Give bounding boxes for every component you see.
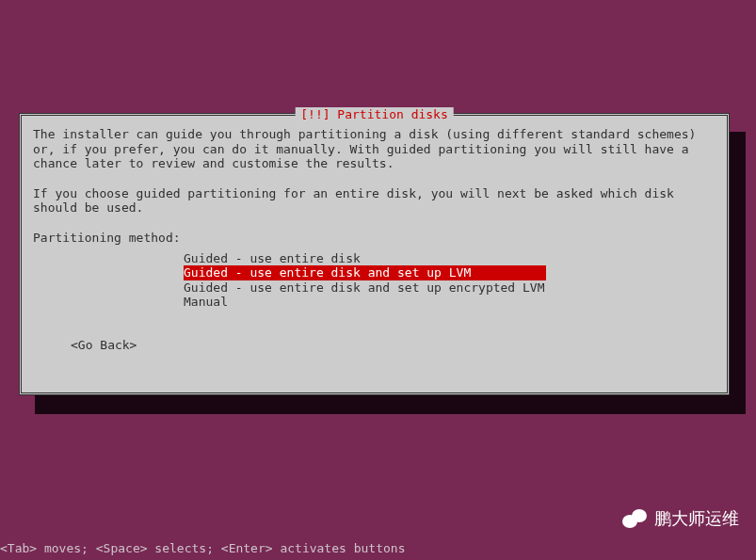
option-manual[interactable]: Manual xyxy=(184,295,716,310)
option-guided-entire-disk[interactable]: Guided - use entire disk xyxy=(184,251,716,266)
go-back-button[interactable]: <Go Back> xyxy=(71,338,716,353)
dialog-content: The installer can guide you through part… xyxy=(22,116,727,353)
watermark-text: 鹏大师运维 xyxy=(654,509,739,530)
option-guided-lvm[interactable]: Guided - use entire disk and set up LVM xyxy=(184,265,546,280)
footer-help-text: <Tab> moves; <Space> selects; <Enter> ac… xyxy=(0,541,405,556)
dialog-title: [!!] Partition disks xyxy=(295,107,454,122)
note-text: If you choose guided partitioning for an… xyxy=(33,186,716,216)
partition-method-menu: Guided - use entire disk Guided - use en… xyxy=(184,251,716,310)
partition-dialog: [!!] Partition disks The installer can g… xyxy=(19,113,730,395)
wechat-icon xyxy=(622,509,647,530)
method-label: Partitioning method: xyxy=(33,231,716,246)
watermark: 鹏大师运维 xyxy=(622,509,739,530)
intro-text: The installer can guide you through part… xyxy=(33,127,716,171)
option-guided-encrypted-lvm[interactable]: Guided - use entire disk and set up encr… xyxy=(184,280,716,296)
